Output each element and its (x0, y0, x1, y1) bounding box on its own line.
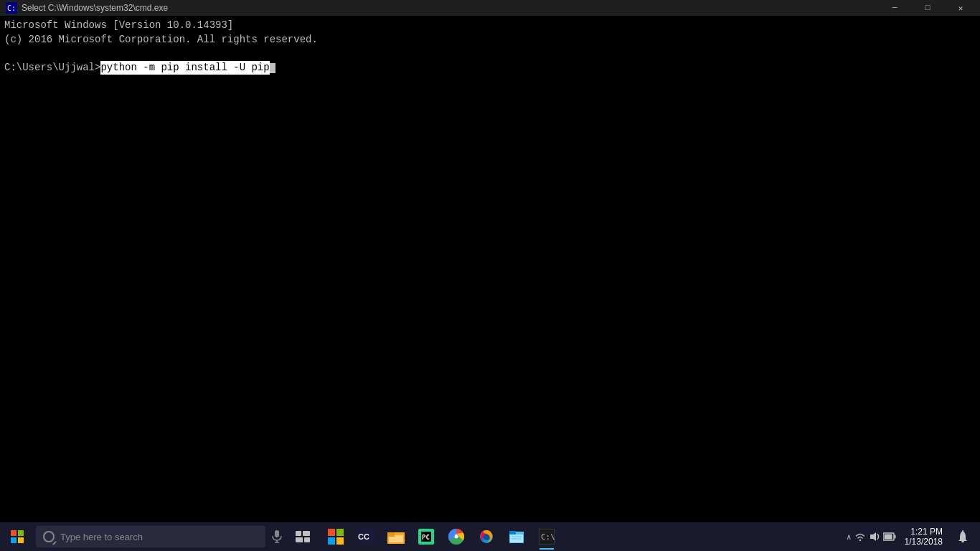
captions-icon[interactable]: CC (352, 522, 380, 551)
volume-icon[interactable] (869, 532, 880, 542)
cmd-taskbar-icon[interactable]: C:\ (532, 522, 561, 551)
svg-rect-11 (328, 537, 335, 545)
clock-date: 1/13/2018 (905, 537, 943, 547)
titlebar: C: Select C:\Windows\system32\cmd.exe ─ … (0, 0, 980, 16)
search-placeholder: Type here to search (60, 532, 143, 542)
clock[interactable]: 1:21 PM 1/13/2018 (899, 522, 948, 551)
cmd-line-3 (4, 47, 976, 61)
svg-rect-40 (884, 534, 892, 540)
search-icon (43, 531, 55, 542)
maximize-button[interactable]: □ (911, 0, 944, 16)
svg-rect-18 (389, 534, 395, 537)
taskbar-right: ∧ 1:21 PM 1/13/2018 (847, 522, 980, 551)
cmd-window[interactable]: Microsoft Windows [Version 10.0.14393] (… (0, 16, 980, 522)
svg-rect-39 (894, 535, 895, 539)
microphone-icon[interactable] (265, 522, 288, 551)
titlebar-left: C: Select C:\Windows\system32\cmd.exe (6, 2, 168, 14)
svg-text:C:: C: (7, 4, 16, 12)
cmd-cursor (270, 63, 275, 73)
svg-rect-41 (961, 541, 964, 542)
svg-rect-10 (336, 529, 344, 536)
svg-rect-8 (304, 537, 310, 542)
wifi-icon[interactable] (854, 532, 866, 542)
cmd-prompt: C:\Users\Ujjwal> (4, 61, 100, 75)
notification-button[interactable] (951, 522, 974, 551)
titlebar-controls: ─ □ ✕ (878, 0, 977, 16)
close-button[interactable]: ✕ (944, 0, 977, 16)
svg-rect-9 (328, 529, 335, 536)
battery-icon[interactable] (883, 532, 896, 541)
svg-rect-12 (336, 537, 344, 545)
svg-rect-7 (296, 537, 303, 542)
svg-text:CC: CC (358, 532, 369, 541)
cmd-input-line[interactable]: C:\Users\Ujjwal>python -m pip install -U… (4, 61, 976, 75)
svg-rect-6 (303, 531, 310, 536)
taskbar-app-icons: CC PC (321, 522, 561, 551)
minimize-button[interactable]: ─ (878, 0, 911, 16)
svg-marker-37 (870, 532, 876, 541)
clock-time: 1:21 PM (910, 527, 943, 537)
start-button[interactable] (0, 522, 34, 551)
svg-text:C:\: C:\ (541, 532, 555, 542)
svg-rect-30 (509, 531, 516, 534)
file-explorer-icon[interactable] (382, 522, 410, 551)
cmd-line-1: Microsoft Windows [Version 10.0.14393] (4, 19, 976, 33)
pycharm-icon[interactable]: PC (412, 522, 440, 551)
svg-rect-42 (962, 530, 963, 532)
taskbar: Type here to search (0, 522, 980, 551)
cmd-line-2: (c) 2016 Microsoft Corporation. All righ… (4, 33, 976, 47)
firefox-icon[interactable] (472, 522, 501, 551)
show-hidden-icons-button[interactable]: ∧ (847, 532, 852, 542)
svg-text:PC: PC (422, 534, 430, 541)
cmd-title-icon: C: (6, 2, 17, 14)
task-view-button[interactable] (288, 522, 317, 551)
ms-squares-icon[interactable] (321, 522, 350, 551)
titlebar-title: Select C:\Windows\system32\cmd.exe (22, 3, 168, 13)
cmd-selected-text: python -m pip install -U pip (100, 61, 269, 75)
svg-point-26 (455, 535, 458, 539)
chrome-icon[interactable] (442, 522, 471, 551)
svg-rect-5 (296, 531, 301, 536)
svg-rect-2 (275, 530, 279, 537)
search-bar[interactable]: Type here to search (36, 526, 265, 547)
files-icon[interactable] (502, 522, 531, 551)
windows-logo-icon (11, 530, 24, 543)
